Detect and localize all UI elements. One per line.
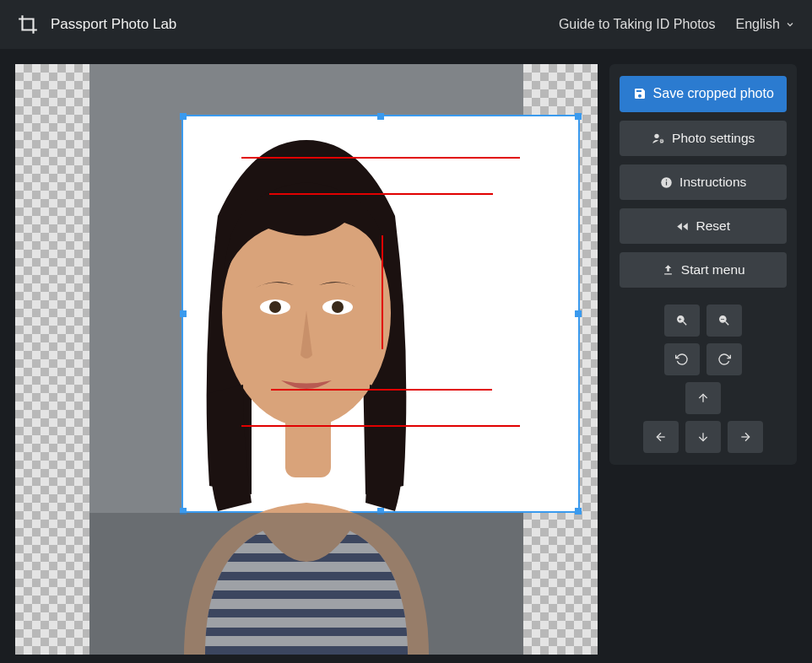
svg-rect-17 xyxy=(666,179,667,180)
reset-label: Reset xyxy=(696,218,730,234)
photo-settings-button[interactable]: Photo settings xyxy=(620,121,787,156)
svg-marker-18 xyxy=(678,223,683,230)
save-button-label: Save cropped photo xyxy=(653,85,774,103)
brand: Passport Photo Lab xyxy=(17,13,176,35)
zoom-in-icon xyxy=(675,314,689,327)
zoom-out-icon xyxy=(717,314,731,327)
photo-settings-label: Photo settings xyxy=(672,130,755,147)
transparency-checker-left xyxy=(15,64,89,655)
crop-handle-br[interactable] xyxy=(575,508,582,515)
crop-handle-mr[interactable] xyxy=(575,310,582,317)
rotate-cw-icon xyxy=(717,353,731,366)
svg-point-13 xyxy=(654,134,658,138)
rotate-ccw-icon xyxy=(675,353,689,366)
chevron-down-icon xyxy=(785,19,795,30)
user-cog-icon xyxy=(652,132,665,145)
svg-point-14 xyxy=(661,140,663,143)
crop-logo-icon xyxy=(17,13,39,35)
instructions-label: Instructions xyxy=(679,174,746,191)
guide-line-center-vertical xyxy=(382,235,383,349)
arrow-right-icon xyxy=(739,430,752,444)
nudge-down-button[interactable] xyxy=(685,421,721,453)
zoom-out-button[interactable] xyxy=(706,305,742,337)
svg-point-12 xyxy=(332,301,344,313)
arrow-up-icon xyxy=(696,391,710,405)
svg-point-11 xyxy=(269,301,281,313)
guide-link[interactable]: Guide to Taking ID Photos xyxy=(559,17,716,32)
save-button[interactable]: Save cropped photo xyxy=(620,76,787,112)
photo-editor-canvas[interactable] xyxy=(15,64,598,655)
sidebar: Save cropped photo Photo settings Instru… xyxy=(609,64,797,465)
arrow-down-icon xyxy=(696,430,710,444)
language-label: English xyxy=(736,17,780,32)
info-icon xyxy=(660,176,673,189)
app-header: Passport Photo Lab Guide to Taking ID Ph… xyxy=(0,0,812,49)
tool-grid xyxy=(620,305,787,453)
main: Save cropped photo Photo settings Instru… xyxy=(0,49,812,663)
save-icon xyxy=(633,87,647,100)
zoom-in-button[interactable] xyxy=(664,305,700,337)
nudge-up-button[interactable] xyxy=(685,382,721,414)
start-menu-button[interactable]: Start menu xyxy=(620,252,787,288)
upload-icon xyxy=(662,264,674,277)
crop-handle-tr[interactable] xyxy=(575,113,582,120)
guide-line-chin xyxy=(271,389,492,391)
rewind-icon xyxy=(676,220,689,233)
rotate-ccw-button[interactable] xyxy=(664,343,700,375)
language-selector[interactable]: English xyxy=(736,17,795,32)
app-title: Passport Photo Lab xyxy=(51,16,176,33)
rotate-cw-button[interactable] xyxy=(706,343,742,375)
header-right: Guide to Taking ID Photos English xyxy=(559,17,795,32)
instructions-button[interactable]: Instructions xyxy=(620,164,787,200)
reset-button[interactable]: Reset xyxy=(620,208,787,244)
svg-marker-19 xyxy=(684,223,689,230)
svg-rect-16 xyxy=(666,181,667,185)
guide-line-head-top xyxy=(241,157,520,159)
start-menu-label: Start menu xyxy=(681,261,745,278)
crop-dim-below xyxy=(89,513,523,655)
guide-line-hairline xyxy=(269,193,493,195)
nudge-left-button[interactable] xyxy=(643,421,679,453)
nudge-right-button[interactable] xyxy=(728,421,763,453)
guide-line-shoulders xyxy=(241,425,520,427)
photo-container xyxy=(89,64,523,655)
arrow-left-icon xyxy=(654,430,668,444)
